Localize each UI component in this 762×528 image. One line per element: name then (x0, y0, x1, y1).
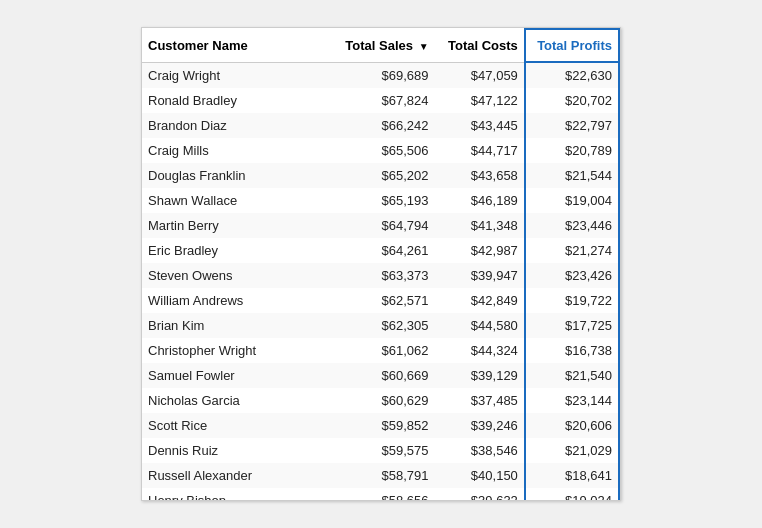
cell-total-sales: $61,062 (334, 338, 435, 363)
cell-total-costs: $42,987 (435, 238, 525, 263)
cell-customer-name: Ronald Bradley (142, 88, 334, 113)
cell-total-profits: $23,446 (525, 213, 619, 238)
cell-total-costs: $38,546 (435, 438, 525, 463)
cell-total-sales: $59,575 (334, 438, 435, 463)
cell-customer-name: Christopher Wright (142, 338, 334, 363)
cell-total-costs: $43,658 (435, 163, 525, 188)
header-total-profits[interactable]: Total Profits (525, 29, 619, 62)
table-row[interactable]: Ronald Bradley$67,824$47,122$20,702 (142, 88, 619, 113)
cell-total-sales: $62,571 (334, 288, 435, 313)
cell-customer-name: Eric Bradley (142, 238, 334, 263)
cell-total-sales: $58,656 (334, 488, 435, 500)
cell-total-costs: $42,849 (435, 288, 525, 313)
cell-total-profits: $17,725 (525, 313, 619, 338)
cell-total-sales: $67,824 (334, 88, 435, 113)
cell-total-sales: $66,242 (334, 113, 435, 138)
cell-total-sales: $59,852 (334, 413, 435, 438)
cell-total-costs: $40,150 (435, 463, 525, 488)
cell-total-costs: $47,122 (435, 88, 525, 113)
table-row[interactable]: Martin Berry$64,794$41,348$23,446 (142, 213, 619, 238)
table-row[interactable]: Christopher Wright$61,062$44,324$16,738 (142, 338, 619, 363)
cell-customer-name: Martin Berry (142, 213, 334, 238)
table-row[interactable]: Craig Wright$69,689$47,059$22,630 (142, 62, 619, 88)
cell-total-sales: $63,373 (334, 263, 435, 288)
table-row[interactable]: William Andrews$62,571$42,849$19,722 (142, 288, 619, 313)
table-row[interactable]: Eric Bradley$64,261$42,987$21,274 (142, 238, 619, 263)
cell-total-sales: $58,791 (334, 463, 435, 488)
table-row[interactable]: Brian Kim$62,305$44,580$17,725 (142, 313, 619, 338)
cell-total-sales: $60,669 (334, 363, 435, 388)
cell-total-costs: $41,348 (435, 213, 525, 238)
cell-customer-name: William Andrews (142, 288, 334, 313)
cell-total-sales: $64,261 (334, 238, 435, 263)
cell-total-sales: $65,202 (334, 163, 435, 188)
cell-total-costs: $37,485 (435, 388, 525, 413)
cell-total-profits: $21,029 (525, 438, 619, 463)
cell-total-costs: $44,580 (435, 313, 525, 338)
table-row[interactable]: Nicholas Garcia$60,629$37,485$23,144 (142, 388, 619, 413)
header-total-sales[interactable]: Total Sales ▼ (334, 29, 435, 62)
cell-customer-name: Scott Rice (142, 413, 334, 438)
cell-total-profits: $22,630 (525, 62, 619, 88)
table-row[interactable]: Scott Rice$59,852$39,246$20,606 (142, 413, 619, 438)
cell-total-sales: $65,506 (334, 138, 435, 163)
cell-total-profits: $20,606 (525, 413, 619, 438)
table-scroll-area[interactable]: Customer Name Total Sales ▼ Total Costs … (142, 28, 620, 500)
cell-total-profits: $20,789 (525, 138, 619, 163)
cell-total-profits: $19,004 (525, 188, 619, 213)
cell-customer-name: Russell Alexander (142, 463, 334, 488)
cell-total-costs: $43,445 (435, 113, 525, 138)
cell-total-costs: $44,324 (435, 338, 525, 363)
cell-total-profits: $19,024 (525, 488, 619, 500)
table-row[interactable]: Brandon Diaz$66,242$43,445$22,797 (142, 113, 619, 138)
cell-total-sales: $64,794 (334, 213, 435, 238)
cell-customer-name: Steven Owens (142, 263, 334, 288)
cell-total-costs: $39,246 (435, 413, 525, 438)
cell-total-sales: $60,629 (334, 388, 435, 413)
table-row[interactable]: Steven Owens$63,373$39,947$23,426 (142, 263, 619, 288)
cell-customer-name: Dennis Ruiz (142, 438, 334, 463)
table-body: Craig Wright$69,689$47,059$22,630Ronald … (142, 62, 619, 500)
cell-total-profits: $22,797 (525, 113, 619, 138)
cell-customer-name: Shawn Wallace (142, 188, 334, 213)
cell-total-costs: $39,947 (435, 263, 525, 288)
cell-total-profits: $19,722 (525, 288, 619, 313)
cell-total-profits: $23,426 (525, 263, 619, 288)
cell-total-costs: $39,129 (435, 363, 525, 388)
table-row[interactable]: Russell Alexander$58,791$40,150$18,641 (142, 463, 619, 488)
cell-total-profits: $21,274 (525, 238, 619, 263)
sort-desc-icon: ▼ (419, 41, 429, 52)
cell-customer-name: Craig Wright (142, 62, 334, 88)
cell-total-costs: $39,632 (435, 488, 525, 500)
cell-total-profits: $23,144 (525, 388, 619, 413)
cell-total-costs: $46,189 (435, 188, 525, 213)
cell-total-sales: $62,305 (334, 313, 435, 338)
cell-customer-name: Brandon Diaz (142, 113, 334, 138)
data-table: Customer Name Total Sales ▼ Total Costs … (141, 27, 621, 501)
cell-customer-name: Brian Kim (142, 313, 334, 338)
table-row[interactable]: Henry Bishop$58,656$39,632$19,024 (142, 488, 619, 500)
cell-customer-name: Nicholas Garcia (142, 388, 334, 413)
cell-total-sales: $65,193 (334, 188, 435, 213)
cell-total-costs: $47,059 (435, 62, 525, 88)
cell-customer-name: Douglas Franklin (142, 163, 334, 188)
cell-total-profits: $16,738 (525, 338, 619, 363)
cell-total-profits: $21,544 (525, 163, 619, 188)
cell-total-sales: $69,689 (334, 62, 435, 88)
cell-total-profits: $18,641 (525, 463, 619, 488)
header-customer-name[interactable]: Customer Name (142, 29, 334, 62)
cell-customer-name: Samuel Fowler (142, 363, 334, 388)
cell-total-profits: $21,540 (525, 363, 619, 388)
cell-total-costs: $44,717 (435, 138, 525, 163)
table-header-row: Customer Name Total Sales ▼ Total Costs … (142, 29, 619, 62)
table-row[interactable]: Douglas Franklin$65,202$43,658$21,544 (142, 163, 619, 188)
header-total-costs[interactable]: Total Costs (435, 29, 525, 62)
cell-total-profits: $20,702 (525, 88, 619, 113)
table-row[interactable]: Shawn Wallace$65,193$46,189$19,004 (142, 188, 619, 213)
table-row[interactable]: Dennis Ruiz$59,575$38,546$21,029 (142, 438, 619, 463)
table-row[interactable]: Craig Mills$65,506$44,717$20,789 (142, 138, 619, 163)
cell-customer-name: Henry Bishop (142, 488, 334, 500)
table-row[interactable]: Samuel Fowler$60,669$39,129$21,540 (142, 363, 619, 388)
cell-customer-name: Craig Mills (142, 138, 334, 163)
